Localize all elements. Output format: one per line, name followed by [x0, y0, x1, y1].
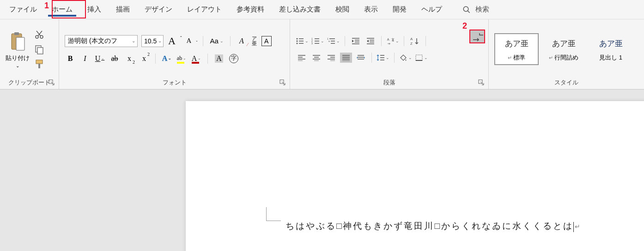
document-text[interactable]: ちはやぶる□神代もきかず竜田川□からくれなゐに水くくるとは↵ [286, 220, 582, 232]
cut-icon[interactable] [34, 30, 44, 40]
style-heading-1[interactable]: あア亜 見出し 1 [589, 33, 633, 65]
chevron-down-icon: ⌄ [220, 39, 224, 43]
text-cursor [573, 222, 574, 232]
subscript-button[interactable]: x [124, 54, 135, 64]
distribute-button[interactable] [355, 53, 367, 63]
bullets-icon [296, 37, 304, 45]
svg-point-17 [297, 40, 298, 42]
menu-developer[interactable]: 開発 [385, 1, 414, 18]
menu-bar: ファイル ホーム 挿入 描画 デザイン レイアウト 参考資料 差し込み文書 校閲… [0, 0, 644, 19]
paste-button[interactable]: 貼り付け ⌄ [3, 30, 32, 68]
case-label: Aa [210, 37, 218, 45]
character-border-button[interactable]: A [261, 36, 272, 46]
chevron-down-icon: ⌄ [305, 39, 309, 43]
text-direction-button[interactable]: A文 ⌄ [386, 36, 399, 46]
svg-rect-3 [14, 32, 19, 35]
style-normal[interactable]: あア亜 ↵標準 [494, 33, 539, 65]
separator [404, 36, 404, 46]
multilevel-list-button[interactable]: 1a ⌄ [327, 36, 340, 46]
menu-review[interactable]: 校閲 [328, 1, 357, 18]
dialog-launcher-icon[interactable] [49, 79, 55, 86]
underline-button[interactable]: U⌄ [94, 54, 105, 64]
distribute-icon [356, 54, 365, 61]
style-name-label: 見出し 1 [599, 54, 622, 62]
strikethrough-button[interactable]: ab [109, 54, 120, 64]
bold-button[interactable]: B [65, 54, 76, 64]
styles-group-label: スタイル [554, 78, 578, 87]
paste-label: 貼り付け [6, 54, 30, 62]
borders-button[interactable]: ⌄ [415, 53, 428, 63]
font-size-value: 10.5 [144, 37, 157, 45]
align-right-icon [327, 54, 335, 61]
style-preview: あア亜 [552, 38, 576, 49]
menu-view[interactable]: 表示 [357, 1, 385, 18]
separator [207, 54, 208, 64]
fontcolor-swatch [192, 62, 199, 64]
outdent-icon [351, 37, 360, 45]
separator [203, 36, 203, 46]
format-painter-icon[interactable] [34, 59, 44, 69]
menu-help[interactable]: ヘルプ [414, 1, 450, 18]
shade-label: A [215, 54, 223, 63]
chevron-down-icon: ⌄ [132, 38, 135, 43]
bullets-button[interactable]: ⌄ [296, 36, 309, 46]
align-right-button[interactable] [325, 53, 337, 63]
menu-references[interactable]: 参考資料 [229, 1, 272, 18]
grow-font-button[interactable]: A [167, 35, 176, 47]
chevron-down-icon: ⌄ [321, 39, 324, 43]
font-color-button[interactable]: A⌄ [191, 54, 202, 64]
phonetic-guide-button[interactable]: ア 亜 [251, 36, 258, 46]
chevron-down-icon: ⌄ [395, 39, 399, 43]
enclose-characters-button[interactable]: 字 [228, 54, 239, 64]
separator [381, 36, 382, 46]
svg-point-0 [463, 6, 468, 12]
font-name-combo[interactable]: 游明朝 (本文のフ ⌄ [65, 35, 138, 47]
text-effects-button[interactable]: A⌄ [161, 54, 172, 64]
font-size-combo[interactable]: 10.5 ⌄ [141, 35, 164, 47]
svg-rect-4 [16, 37, 24, 50]
menu-design[interactable]: デザイン [137, 1, 180, 18]
menu-mailings[interactable]: 差し込み文書 [272, 1, 328, 18]
copy-icon[interactable] [34, 44, 44, 54]
separator [230, 36, 231, 46]
dialog-launcher-icon[interactable] [478, 79, 485, 86]
increase-indent-button[interactable] [365, 36, 377, 46]
justify-icon [342, 54, 350, 61]
margin-guide [266, 207, 281, 221]
change-case-button[interactable]: Aa⌄ [209, 37, 224, 45]
superscript-button[interactable]: x [139, 54, 150, 64]
line-spacing-icon [377, 54, 385, 61]
italic-button[interactable]: I [79, 54, 91, 64]
align-left-button[interactable] [296, 53, 308, 63]
document-area: ちはやぶる□神代もきかず竜田川□からくれなゐに水くくるとは↵ [0, 91, 644, 251]
chevron-down-icon: ⌄ [386, 55, 389, 60]
borders-icon [415, 54, 423, 61]
dialog-launcher-icon[interactable] [279, 79, 286, 86]
svg-rect-12 [38, 64, 40, 68]
highlight-button[interactable]: ab⌄ [176, 54, 187, 64]
annotation-box-2 [469, 30, 485, 43]
align-center-button[interactable] [310, 53, 322, 63]
shading-button[interactable]: ⌄ [399, 53, 412, 63]
svg-rect-66 [416, 55, 422, 60]
menu-layout[interactable]: レイアウト [180, 1, 229, 18]
svg-text:文: 文 [391, 37, 395, 42]
character-shading-button[interactable]: A [213, 54, 225, 64]
ruby-top: ア [252, 36, 257, 41]
style-no-spacing[interactable]: あア亜 ↵行間詰め [541, 33, 586, 65]
sort-icon: AZ [410, 36, 420, 46]
sort-button[interactable]: AZ [409, 36, 421, 46]
svg-line-1 [468, 11, 470, 13]
shrink-font-button[interactable]: A [186, 37, 193, 45]
numbering-button[interactable]: 123 ⌄ [311, 36, 324, 46]
style-name-label: 標準 [513, 54, 525, 62]
decrease-indent-button[interactable] [350, 36, 362, 46]
clear-formatting-button[interactable]: A⁄ [236, 36, 247, 46]
document-page[interactable]: ちはやぶる□神代もきかず竜田川□からくれなゐに水くくるとは↵ [186, 101, 644, 251]
menu-file[interactable]: ファイル [2, 1, 44, 18]
menu-draw[interactable]: 描画 [109, 1, 137, 18]
justify-button[interactable] [340, 53, 352, 63]
search-box[interactable]: 検索 [462, 5, 489, 14]
line-spacing-button[interactable]: ⌄ [377, 53, 389, 63]
chevron-down-icon: ⌄ [183, 56, 186, 60]
